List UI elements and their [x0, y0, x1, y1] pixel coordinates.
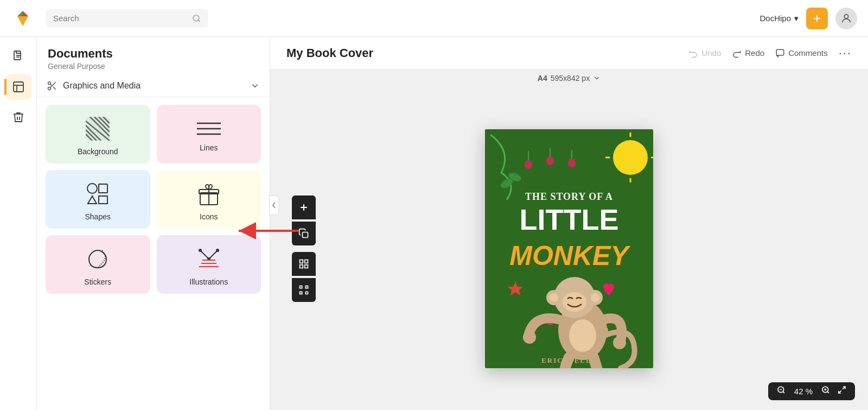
more-options-button[interactable]: ···	[839, 46, 852, 60]
grid-icon	[298, 258, 309, 269]
lines-label: Lines	[200, 143, 218, 152]
svg-rect-46	[300, 260, 303, 263]
panel-item-illustrations[interactable]: Illustrations	[157, 235, 261, 294]
sidebar-item-trash[interactable]	[5, 104, 31, 130]
panel-collapse-handle[interactable]	[269, 195, 279, 215]
dochipo-brand-button[interactable]: DocHipo ▾	[760, 14, 799, 23]
sidebar-item-templates[interactable]	[5, 74, 31, 100]
top-bar-right: DocHipo ▾ +	[760, 8, 857, 29]
panel-item-background[interactable]: Background	[46, 105, 150, 163]
svg-rect-52	[300, 292, 302, 294]
undo-icon	[688, 48, 698, 58]
doc-size-bar: A4 595x842 px	[270, 70, 868, 87]
search-icon	[192, 14, 201, 23]
svg-line-2	[198, 20, 200, 22]
background-pattern-icon	[86, 117, 110, 141]
panel-grid: Background Lines Shapes	[37, 97, 270, 301]
panel-category-label: Graphics and Media	[63, 81, 245, 91]
svg-point-63	[525, 160, 532, 169]
icon-sidebar	[0, 37, 37, 410]
zoom-out-button[interactable]	[774, 384, 789, 398]
svg-rect-51	[305, 286, 308, 288]
lines-icon	[197, 121, 221, 137]
icons-gift-icon	[197, 182, 221, 206]
add-button[interactable]: +	[806, 8, 828, 29]
canvas-actions: Undo Redo Comments ···	[688, 46, 852, 60]
svg-text:ERIC WELLS: ERIC WELLS	[541, 356, 597, 364]
chevron-down-icon	[250, 81, 260, 91]
svg-rect-28	[99, 184, 107, 193]
shapes-label: Shapes	[85, 212, 111, 221]
panel-item-stickers[interactable]: Stickers	[46, 235, 150, 294]
redo-button[interactable]: Redo	[732, 48, 764, 58]
book-cover[interactable]: THE STORY OF A LITTLE MONKEY	[485, 129, 653, 368]
scissors-icon	[47, 80, 58, 91]
grid-view-button[interactable]	[292, 252, 316, 276]
svg-point-27	[87, 184, 97, 193]
panel-item-icons[interactable]: Icons	[157, 170, 261, 229]
search-input[interactable]	[53, 14, 188, 23]
undo-button[interactable]: Undo	[688, 48, 721, 58]
zoom-in-button[interactable]	[818, 384, 833, 398]
svg-rect-45	[303, 232, 308, 237]
canvas-title: My Book Cover	[286, 46, 373, 60]
stickers-label: Stickers	[84, 277, 111, 286]
logo[interactable]	[11, 7, 35, 30]
search-bar[interactable]	[46, 9, 208, 28]
stickers-icon	[86, 247, 110, 271]
zoom-value: 42 %	[790, 387, 817, 396]
comments-button[interactable]: Comments	[775, 48, 828, 58]
qr-icon	[298, 285, 309, 295]
panel-header: Documents General Purpose	[37, 37, 270, 75]
svg-line-91	[783, 392, 784, 393]
svg-rect-50	[300, 286, 302, 288]
side-tools	[292, 195, 316, 302]
panel-title: Documents	[48, 47, 259, 61]
svg-rect-48	[300, 264, 303, 268]
svg-text:MONKEY: MONKEY	[509, 241, 631, 271]
svg-line-13	[53, 87, 56, 90]
doc-size-chevron-icon	[593, 74, 601, 82]
svg-marker-29	[88, 196, 97, 204]
add-element-button[interactable]	[292, 195, 316, 219]
svg-text:THE STORY OF A: THE STORY OF A	[525, 191, 613, 202]
svg-rect-42	[776, 49, 784, 55]
canvas-toolbar: My Book Cover Undo Redo	[270, 37, 868, 70]
svg-point-84	[591, 293, 599, 302]
panel-item-shapes[interactable]: Shapes	[46, 170, 150, 229]
svg-point-1	[193, 15, 199, 21]
template-icon	[12, 80, 25, 93]
svg-text:LITTLE: LITTLE	[520, 203, 619, 236]
svg-line-95	[827, 392, 829, 393]
panel-item-lines[interactable]: Lines	[157, 105, 261, 163]
copy-element-button[interactable]	[292, 222, 316, 245]
main-layout: Documents General Purpose Graphics and M…	[0, 37, 868, 410]
panel-subtitle: General Purpose	[48, 62, 259, 71]
panel: Documents General Purpose Graphics and M…	[37, 37, 270, 410]
copy-icon	[298, 228, 309, 239]
layout-button[interactable]	[292, 278, 316, 302]
svg-rect-30	[99, 196, 107, 204]
user-avatar-button[interactable]	[835, 8, 857, 29]
svg-point-3	[844, 14, 848, 18]
svg-rect-49	[305, 264, 308, 268]
expand-icon	[838, 386, 846, 394]
document-icon	[12, 50, 25, 63]
svg-rect-7	[14, 82, 23, 92]
background-label: Background	[78, 147, 118, 156]
svg-point-58	[613, 140, 648, 175]
trash-icon	[12, 111, 25, 124]
svg-point-80	[563, 292, 586, 312]
panel-category-selector[interactable]: Graphics and Media	[37, 75, 270, 97]
svg-point-10	[48, 82, 51, 85]
canvas-viewport[interactable]: THE STORY OF A LITTLE MONKEY	[270, 87, 868, 410]
sidebar-item-documents[interactable]	[5, 43, 31, 70]
top-bar: DocHipo ▾ +	[0, 0, 868, 37]
comments-icon	[775, 48, 785, 58]
canvas-area: My Book Cover Undo Redo	[270, 37, 868, 410]
svg-point-37	[216, 249, 219, 252]
fullscreen-button[interactable]	[834, 384, 850, 398]
svg-point-82	[550, 293, 558, 302]
zoom-in-icon	[821, 386, 830, 394]
svg-point-36	[199, 249, 202, 252]
